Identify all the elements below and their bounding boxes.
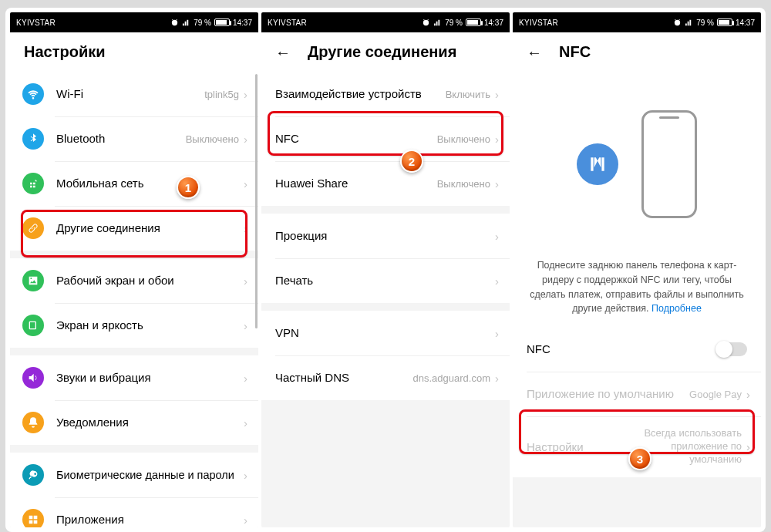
status-icons: 79 % 14:37 [422, 19, 503, 27]
chevron-right-icon: › [244, 222, 247, 235]
brightness-icon [22, 315, 44, 336]
battery-icon [717, 19, 732, 26]
row-value: Всегда использовать приложение по умолча… [626, 427, 742, 466]
battery-percent: 79 % [194, 19, 211, 27]
carrier-label: KYIVSTAR [16, 19, 56, 27]
back-button[interactable]: ← [275, 45, 291, 60]
status-bar: KYIVSTAR 79 % 14:37 [513, 12, 761, 32]
alarm-icon [673, 19, 682, 27]
nfc-description: Поднесите заднюю панель телефона к карт-… [513, 241, 761, 327]
row-label: Huawei Share [275, 176, 437, 191]
row-bluetooth[interactable]: Bluetooth Выключено › [10, 116, 258, 161]
row-label: Уведомления [56, 415, 244, 430]
chevron-right-icon: › [244, 469, 247, 482]
battery-percent: 79 % [696, 19, 714, 27]
status-icons: 79 % 14:37 [170, 19, 252, 27]
key-icon [22, 464, 44, 486]
clock: 14:37 [233, 19, 252, 27]
row-label: NFC [275, 131, 437, 146]
chevron-right-icon: › [746, 388, 750, 401]
row-vpn[interactable]: VPN › [261, 311, 510, 355]
row-default-app: Приложение по умолчанию Google Pay › [513, 372, 761, 416]
chevron-right-icon: › [495, 230, 499, 243]
row-notifications[interactable]: Уведомления › [10, 400, 258, 445]
row-value: Google Pay [689, 389, 742, 400]
battery-percent: 79 % [445, 19, 463, 27]
row-huawei-share[interactable]: Huawei Share Выключено › [261, 161, 510, 206]
chevron-right-icon: › [495, 274, 499, 288]
screenshots-container: KYIVSTAR 79 % 14:37 Настройки Wi-Fi tpli… [5, 8, 766, 532]
carrier-label: KYIVSTAR [268, 19, 307, 27]
chevron-right-icon: › [495, 133, 499, 146]
row-projection[interactable]: Проекция › [261, 214, 510, 258]
row-label: Приложение по умолчанию [527, 386, 689, 402]
signal-icon [685, 19, 693, 27]
row-value: Выключено [437, 178, 490, 190]
row-apps[interactable]: Приложения › [10, 497, 258, 527]
row-label: Приложения [56, 512, 244, 527]
sim-icon [22, 173, 44, 194]
chevron-right-icon: › [746, 440, 750, 453]
row-label: Проекция [275, 228, 495, 244]
row-label: Частный DNS [275, 370, 413, 386]
row-label: VPN [275, 325, 495, 341]
row-biometrics[interactable]: Биометрические данные и пароли › [10, 453, 258, 497]
row-value: Выключено [437, 133, 490, 145]
row-label: Wi-Fi [56, 86, 204, 102]
nfc-badge-icon [577, 143, 618, 185]
row-nfc[interactable]: NFC Выключено › [261, 116, 510, 161]
battery-icon [466, 19, 481, 26]
chevron-right-icon: › [495, 327, 499, 340]
phone-other-connections: KYIVSTAR 79 % 14:37 ← Другие соединения … [261, 12, 510, 527]
chevron-right-icon: › [244, 88, 247, 101]
settings-group-sound: Звуки и вибрация › Уведомления › [10, 355, 258, 445]
battery-icon [214, 19, 230, 26]
row-value: tplink5g [204, 89, 239, 100]
chevron-right-icon: › [495, 88, 499, 101]
alarm-icon [422, 19, 430, 27]
row-label: Настройки [527, 439, 626, 455]
settings-group-security: Биометрические данные и пароли › Приложе… [10, 453, 258, 527]
row-sound[interactable]: Звуки и вибрация › [10, 355, 258, 400]
row-label: Звуки и вибрация [56, 370, 244, 386]
page-title: Настройки [24, 43, 106, 61]
row-mobile-network[interactable]: Мобильная сеть › [10, 161, 258, 206]
phone-outline-icon [641, 110, 697, 218]
status-bar: KYIVSTAR 79 % 14:37 [10, 12, 258, 32]
row-label: NFC [527, 342, 716, 357]
row-nfc-toggle[interactable]: NFC [513, 327, 761, 372]
group-2: Проекция › Печать › [261, 214, 510, 303]
row-value: Выключено [186, 133, 239, 145]
row-display[interactable]: Экран и яркость › [10, 303, 258, 348]
row-value: dns.adguard.com [413, 372, 490, 384]
learn-more-link[interactable]: Подробнее [651, 303, 702, 314]
row-label: Печать [275, 273, 495, 288]
back-button[interactable]: ← [527, 45, 542, 60]
row-home-screen[interactable]: Рабочий экран и обои › [10, 258, 258, 303]
row-other-connections[interactable]: Другие соединения › [10, 206, 258, 251]
chevron-right-icon: › [244, 133, 247, 146]
row-private-dns[interactable]: Частный DNS dns.adguard.com › [261, 355, 510, 400]
row-label: Биометрические данные и пароли [56, 468, 244, 483]
row-wifi[interactable]: Wi-Fi tplink5g › [10, 72, 258, 116]
page-title: NFC [559, 43, 591, 61]
nfc-toggle[interactable] [716, 342, 747, 356]
row-device-interaction[interactable]: Взаимодействие устройств Включить › [261, 72, 510, 116]
bell-icon [22, 412, 44, 433]
status-icons: 79 % 14:37 [673, 19, 755, 27]
row-label: Мобильная сеть [56, 176, 244, 191]
row-label: Рабочий экран и обои [56, 273, 244, 288]
row-nfc-settings: Настройки Всегда использовать приложение… [513, 416, 761, 477]
row-label: Экран и яркость [56, 318, 244, 333]
phone-settings: KYIVSTAR 79 % 14:37 Настройки Wi-Fi tpli… [10, 12, 258, 527]
link-icon [22, 217, 44, 239]
nfc-desc-text: Поднесите заднюю панель телефона к карт-… [530, 260, 744, 314]
row-print[interactable]: Печать › [261, 258, 510, 303]
settings-group-connectivity: Wi-Fi tplink5g › Bluetooth Выключено › М… [10, 72, 258, 251]
clock: 14:37 [736, 19, 755, 27]
chevron-right-icon: › [495, 177, 499, 190]
nfc-illustration [513, 72, 761, 241]
wifi-icon [22, 83, 44, 105]
chevron-right-icon: › [244, 372, 247, 385]
scrollbar[interactable] [255, 74, 258, 328]
